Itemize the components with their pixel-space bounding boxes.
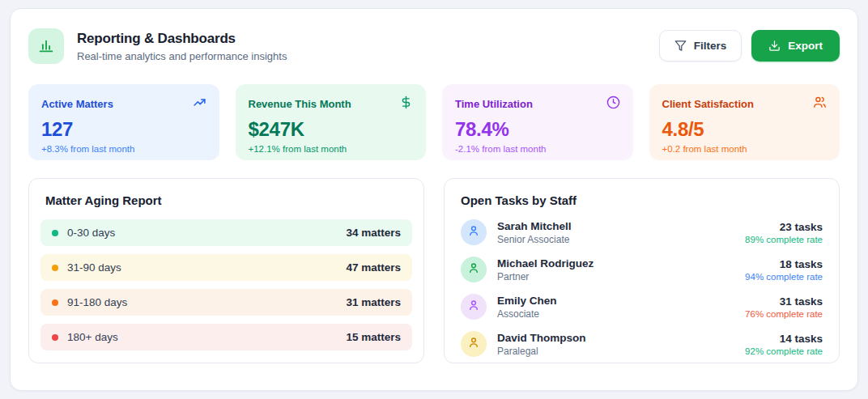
users-icon: [813, 96, 827, 112]
matter-aging-panel: Matter Aging Report 0-30 days 34 matters…: [28, 178, 424, 363]
staff-name: Sarah Mitchell: [497, 220, 572, 232]
stat-label: Revenue This Month: [249, 98, 351, 110]
stat-value: 78.4%: [455, 118, 620, 141]
stat-delta: +0.2 from last month: [662, 144, 828, 154]
aging-value: 15 matters: [346, 331, 401, 343]
staff-task-count: 23 tasks: [745, 221, 823, 233]
filter-funnel-icon: [674, 40, 687, 52]
stat-card-active-matters: Active Matters 127 +8.3% from last month: [28, 84, 219, 160]
status-dot: [52, 334, 58, 341]
aging-label: 31-90 days: [67, 261, 121, 274]
aging-value: 31 matters: [346, 296, 401, 308]
stat-card-time-utilization: Time Utilization 78.4% -2.1% from last m…: [442, 84, 633, 160]
panels-row: Matter Aging Report 0-30 days 34 matters…: [28, 178, 840, 363]
aging-row-0-30: 0-30 days 34 matters: [40, 219, 412, 246]
aging-label: 180+ days: [67, 331, 118, 343]
aging-row-91-180: 91-180 days 31 matters: [40, 289, 412, 316]
stat-value: $247K: [249, 118, 414, 141]
stat-delta: -2.1% from last month: [455, 144, 620, 154]
open-tasks-title: Open Tasks by Staff: [456, 193, 828, 207]
aging-label: 0-30 days: [67, 227, 115, 239]
staff-role: Paralegal: [497, 346, 586, 357]
staff-task-count: 18 tasks: [745, 258, 823, 270]
staff-complete-rate: 92% complete rate: [745, 346, 823, 356]
person-icon: [467, 261, 480, 278]
staff-row-david-thompson: David Thompson Paralegal 14 tasks 92% co…: [461, 329, 823, 359]
avatar: [461, 294, 487, 320]
aging-row-180-plus: 180+ days 15 matters: [40, 324, 412, 350]
stat-label: Active Matters: [41, 98, 113, 110]
staff-complete-rate: 89% complete rate: [745, 235, 823, 244]
staff-name: Michael Rodriguez: [497, 257, 594, 270]
staff-name: Emily Chen: [497, 295, 557, 307]
stat-card-revenue: Revenue This Month $247K +12.1% from las…: [236, 84, 427, 160]
staff-row-sarah-mitchell: Sarah Mitchell Senior Associate 23 tasks…: [461, 217, 823, 248]
staff-complete-rate: 76% complete rate: [745, 309, 823, 319]
filters-label: Filters: [694, 40, 727, 52]
status-dot: [52, 299, 58, 306]
page-title: Reporting & Dashboards: [77, 31, 287, 47]
clock-icon: [606, 96, 620, 112]
stat-label: Client Satisfaction: [662, 98, 754, 110]
aging-row-31-90: 31-90 days 47 matters: [40, 254, 412, 281]
stat-card-client-satisfaction: Client Satisfaction 4.8/5 +0.2 from last…: [649, 84, 840, 160]
staff-task-count: 14 tasks: [745, 333, 823, 345]
stat-delta: +12.1% from last month: [249, 144, 414, 154]
staff-role: Associate: [497, 308, 557, 320]
aging-label: 91-180 days: [67, 296, 127, 308]
person-icon: [467, 336, 480, 352]
stat-value: 127: [41, 118, 206, 141]
matter-aging-title: Matter Aging Report: [40, 193, 412, 207]
staff-row-emily-chen: Emily Chen Associate 31 tasks 76% comple…: [461, 291, 823, 322]
download-icon: [768, 40, 781, 52]
export-label: Export: [788, 40, 823, 52]
staff-task-count: 31 tasks: [745, 295, 823, 308]
staff-name: David Thompson: [497, 332, 586, 344]
filters-button[interactable]: Filters: [659, 30, 742, 62]
status-dot: [52, 265, 58, 271]
avatar: [461, 331, 487, 357]
stat-delta: +8.3% from last month: [41, 144, 206, 154]
open-tasks-panel: Open Tasks by Staff Sarah Mitchell Senio…: [444, 178, 840, 363]
aging-value: 34 matters: [346, 227, 401, 239]
page-subtitle: Real-time analytics and performance insi…: [77, 50, 287, 62]
matter-aging-list: 0-30 days 34 matters 31-90 days 47 matte…: [40, 219, 412, 350]
avatar: [461, 257, 487, 282]
header: Reporting & Dashboards Real-time analyti…: [28, 28, 840, 64]
person-icon: [467, 224, 480, 240]
staff-row-michael-rodriguez: Michael Rodriguez Partner 18 tasks 94% c…: [461, 254, 823, 285]
staff-role: Partner: [497, 271, 594, 282]
stat-label: Time Utilization: [455, 98, 533, 110]
staff-list: Sarah Mitchell Senior Associate 23 tasks…: [456, 217, 828, 359]
stat-value: 4.8/5: [662, 118, 828, 141]
staff-complete-rate: 94% complete rate: [745, 272, 823, 282]
dollar-icon: [399, 96, 413, 112]
avatar: [461, 219, 487, 245]
dashboard-card: Reporting & Dashboards Real-time analyti…: [10, 8, 858, 391]
status-dot: [52, 230, 58, 236]
trending-up-icon: [193, 96, 206, 112]
aging-value: 47 matters: [346, 261, 401, 274]
export-button[interactable]: Export: [751, 30, 840, 62]
stats-row: Active Matters 127 +8.3% from last month…: [28, 84, 840, 160]
bar-chart-icon: [28, 28, 64, 64]
staff-role: Senior Associate: [497, 234, 572, 245]
person-icon: [467, 299, 480, 315]
